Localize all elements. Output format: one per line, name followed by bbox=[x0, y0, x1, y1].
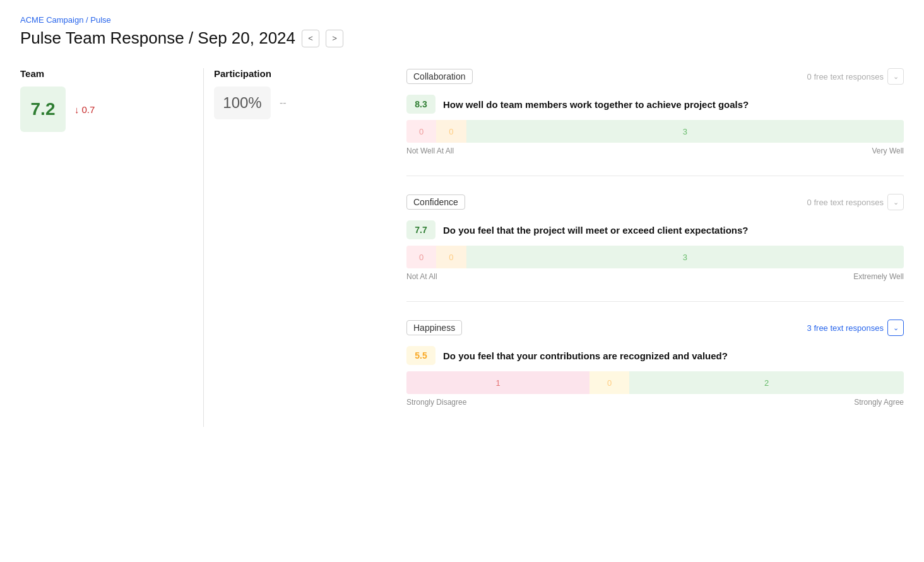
team-score-row: 7.2 ↓ 0.7 bbox=[20, 87, 183, 132]
category-collaboration-header: Collaboration 0 free text responses ⌄ bbox=[406, 68, 904, 85]
happiness-bar-seg-1: 1 bbox=[406, 371, 589, 394]
team-label: Team bbox=[20, 68, 183, 79]
confidence-bar-labels: Not At All Extremely Well bbox=[406, 272, 904, 281]
happiness-free-text-count: 3 free text responses bbox=[807, 323, 884, 333]
collaboration-free-text: 0 free text responses ⌄ bbox=[807, 68, 904, 85]
next-button[interactable]: > bbox=[326, 30, 343, 47]
collaboration-expand-button[interactable]: ⌄ bbox=[887, 68, 904, 85]
happiness-bar-seg-2: 0 bbox=[589, 371, 629, 394]
collaboration-bar-labels: Not Well At All Very Well bbox=[406, 146, 904, 155]
left-panel: Team 7.2 ↓ 0.7 Participation 100% -- bbox=[20, 68, 386, 427]
happiness-free-text: 3 free text responses ⌄ bbox=[807, 320, 904, 336]
participation-score-box: 100% bbox=[214, 87, 271, 119]
right-panel: Collaboration 0 free text responses ⌄ 8.… bbox=[386, 68, 904, 427]
confidence-scale-right: Extremely Well bbox=[853, 272, 904, 281]
delta-value: 0.7 bbox=[82, 104, 95, 115]
team-section: Team 7.2 ↓ 0.7 bbox=[20, 68, 203, 427]
participation-score-row: 100% -- bbox=[214, 87, 386, 119]
participation-dash: -- bbox=[280, 97, 287, 109]
confidence-bar: 0 0 3 bbox=[406, 246, 904, 268]
collaboration-scale-left: Not Well At All bbox=[406, 146, 454, 155]
breadcrumb[interactable]: ACME Campaign / Pulse bbox=[20, 15, 904, 25]
happiness-expand-button[interactable]: ⌄ bbox=[887, 320, 904, 336]
category-confidence-header: Confidence 0 free text responses ⌄ bbox=[406, 194, 904, 210]
category-happiness: Happiness 3 free text responses ⌄ 5.5 Do… bbox=[406, 320, 904, 407]
collaboration-bar: 0 0 3 bbox=[406, 120, 904, 143]
confidence-bar-seg-2: 0 bbox=[436, 246, 466, 268]
delta-arrow-icon: ↓ bbox=[74, 104, 80, 115]
confidence-free-text: 0 free text responses ⌄ bbox=[807, 194, 904, 210]
happiness-bar-labels: Strongly Disagree Strongly Agree bbox=[406, 398, 904, 407]
participation-section: Participation 100% -- bbox=[203, 68, 386, 427]
happiness-question-row: 5.5 Do you feel that your contributions … bbox=[406, 346, 904, 365]
category-collaboration: Collaboration 0 free text responses ⌄ 8.… bbox=[406, 68, 904, 155]
confidence-scale-left: Not At All bbox=[406, 272, 437, 281]
collaboration-q-score: 8.3 bbox=[406, 95, 435, 114]
confidence-expand-button[interactable]: ⌄ bbox=[887, 194, 904, 210]
main-layout: Team 7.2 ↓ 0.7 Participation 100% -- bbox=[20, 68, 904, 427]
collaboration-question-row: 8.3 How well do team members work togeth… bbox=[406, 95, 904, 114]
happiness-badge: Happiness bbox=[406, 320, 462, 335]
divider-2 bbox=[406, 301, 904, 302]
collaboration-badge: Collaboration bbox=[406, 69, 473, 84]
title-row: Pulse Team Response / Sep 20, 2024 < > bbox=[20, 28, 904, 48]
collaboration-q-text: How well do team members work together t… bbox=[443, 99, 749, 110]
confidence-free-text-count: 0 free text responses bbox=[807, 198, 884, 207]
category-happiness-header: Happiness 3 free text responses ⌄ bbox=[406, 320, 904, 336]
happiness-bar: 1 0 2 bbox=[406, 371, 904, 394]
collaboration-free-text-count: 0 free text responses bbox=[807, 72, 884, 81]
collaboration-bar-seg-1: 0 bbox=[406, 120, 436, 143]
collaboration-bar-seg-2: 0 bbox=[436, 120, 466, 143]
happiness-bar-seg-3: 2 bbox=[629, 371, 904, 394]
happiness-scale-right: Strongly Agree bbox=[854, 398, 904, 407]
happiness-q-score: 5.5 bbox=[406, 346, 435, 365]
confidence-bar-seg-1: 0 bbox=[406, 246, 436, 268]
collaboration-bar-seg-3: 3 bbox=[466, 120, 904, 143]
happiness-q-text: Do you feel that your contributions are … bbox=[443, 350, 728, 361]
collaboration-scale-right: Very Well bbox=[872, 146, 904, 155]
confidence-q-text: Do you feel that the project will meet o… bbox=[443, 225, 748, 236]
divider-1 bbox=[406, 176, 904, 176]
confidence-badge: Confidence bbox=[406, 194, 465, 210]
team-score-box: 7.2 bbox=[20, 87, 66, 132]
confidence-question-row: 7.7 Do you feel that the project will me… bbox=[406, 220, 904, 239]
team-delta: ↓ 0.7 bbox=[74, 104, 95, 115]
page-title: Pulse Team Response / Sep 20, 2024 bbox=[20, 28, 295, 48]
prev-button[interactable]: < bbox=[302, 30, 319, 47]
confidence-bar-seg-3: 3 bbox=[466, 246, 904, 268]
category-confidence: Confidence 0 free text responses ⌄ 7.7 D… bbox=[406, 194, 904, 281]
confidence-q-score: 7.7 bbox=[406, 220, 435, 239]
happiness-scale-left: Strongly Disagree bbox=[406, 398, 466, 407]
participation-label: Participation bbox=[214, 68, 386, 79]
